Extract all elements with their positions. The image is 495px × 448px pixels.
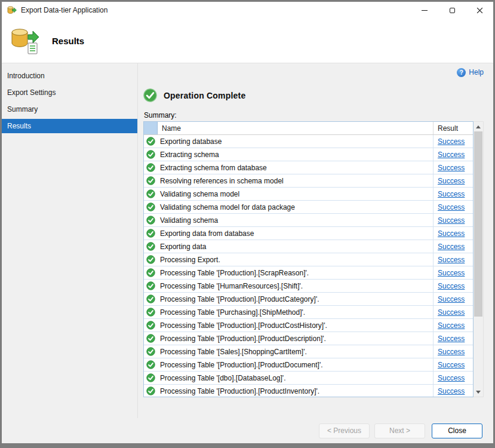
sidebar-item-introduction[interactable]: Introduction [2,69,137,83]
task-result-cell: Success [433,358,473,371]
scrollbar-track[interactable] [474,131,483,387]
task-name: Processing Table '[Production].[ProductD… [158,332,433,345]
result-success-link[interactable]: Success [438,374,465,382]
result-success-link[interactable]: Success [438,361,465,369]
result-success-link[interactable]: Success [438,137,465,146]
task-result-cell: Success [433,280,473,292]
export-database-icon [9,26,40,55]
result-success-link[interactable]: Success [438,177,465,185]
table-row[interactable]: Processing Table '[Production].[ProductD… [144,332,473,345]
result-success-link[interactable]: Success [438,308,465,317]
help-link[interactable]: ? Help [457,68,484,77]
result-success-link[interactable]: Success [438,348,465,356]
table-row[interactable]: Resolving references in schema model Suc… [144,174,473,188]
results-table: Name Result Exporting database Success E… [143,121,474,397]
wizard-body: IntroductionExport SettingsSummaryResult… [2,63,493,418]
success-check-icon [144,319,158,332]
table-row[interactable]: Exporting data from database Success [144,227,473,240]
wizard-steps-sidebar: IntroductionExport SettingsSummaryResult… [2,63,138,418]
table-row[interactable]: Processing Table '[HumanResources].[Shif… [144,280,473,293]
table-row[interactable]: Validating schema model for data package… [144,201,473,214]
operation-complete-icon [143,88,157,102]
close-button[interactable]: Close [432,424,482,438]
maximize-button[interactable] [438,2,466,19]
sidebar-item-results[interactable]: Results [2,119,137,133]
result-success-link[interactable]: Success [438,282,465,290]
table-row[interactable]: Processing Table '[Purchasing].[ShipMeth… [144,306,473,319]
result-success-link[interactable]: Success [438,203,465,211]
task-result-cell: Success [433,188,473,200]
task-name: Processing Table '[Production].[ProductD… [158,358,433,371]
table-row[interactable]: Processing Table '[Production].[ScrapRea… [144,266,473,280]
table-row[interactable]: Processing Table '[Production].[ProductI… [144,385,473,397]
table-row[interactable]: Processing Table '[Sales].[ShoppingCartI… [144,345,473,358]
success-check-icon [144,280,158,292]
window-title: Export Data-tier Application [21,6,107,14]
table-row[interactable]: Exporting data Success [144,240,473,253]
task-name: Processing Table '[Production].[ProductC… [158,319,433,332]
table-row[interactable]: Processing Export. Success [144,253,473,266]
operation-complete-title: Operation Complete [164,91,245,100]
success-check-icon [144,345,158,358]
table-row[interactable]: Extracting schema from database Success [144,161,473,174]
task-result-cell: Success [433,266,473,279]
table-row[interactable]: Processing Table '[dbo].[DatabaseLog]'. … [144,372,473,385]
task-name: Exporting database [158,135,433,148]
result-success-link[interactable]: Success [438,295,465,303]
column-header-result[interactable]: Result [433,122,473,134]
scroll-down-button[interactable] [474,387,483,397]
scrollbar-thumb[interactable] [474,131,482,317]
table-row[interactable]: Exporting database Success [144,135,473,148]
result-success-link[interactable]: Success [438,256,465,264]
table-row[interactable]: Extracting schema Success [144,148,473,161]
result-success-link[interactable]: Success [438,229,465,238]
table-row[interactable]: Processing Table '[Production].[ProductC… [144,319,473,332]
result-success-link[interactable]: Success [438,387,465,395]
result-success-link[interactable]: Success [438,243,465,251]
table-row[interactable]: Processing Table '[Production].[ProductC… [144,293,473,306]
success-check-icon [144,201,158,213]
scroll-up-button[interactable] [474,122,483,131]
app-icon [7,5,17,15]
results-pane: ? Help Operation Complete Summary: Name [138,63,493,418]
result-success-link[interactable]: Success [438,190,465,198]
result-success-link[interactable]: Success [438,335,465,343]
export-data-tier-application-window: Export Data-tier Application [0,0,495,448]
previous-button[interactable]: < Previous [319,424,370,438]
table-row[interactable]: Validating schema Success [144,214,473,227]
task-result-cell: Success [433,174,473,187]
success-check-icon [144,161,158,174]
help-row: ? Help [143,66,484,78]
table-body: Exporting database Success Extracting sc… [144,135,473,397]
table-header: Name Result [144,122,473,135]
sidebar-item-export-settings[interactable]: Export Settings [2,85,137,100]
task-name: Processing Table '[Production].[ProductC… [158,293,433,305]
minimize-button[interactable] [411,2,438,19]
table-row[interactable]: Validating schema model Success [144,188,473,201]
task-result-cell: Success [433,293,473,305]
window-controls [411,2,493,19]
success-check-icon [144,253,158,266]
wizard-header: Results [2,19,493,63]
result-success-link[interactable]: Success [438,269,465,277]
result-success-link[interactable]: Success [438,151,465,159]
sidebar-item-summary[interactable]: Summary [2,102,137,116]
success-check-icon [144,358,158,371]
next-button[interactable]: Next > [374,424,425,438]
results-table-container: Name Result Exporting database Success E… [143,121,484,397]
task-result-cell: Success [433,332,473,345]
minimize-icon [422,10,428,11]
task-name: Validating schema model [158,188,433,200]
result-success-link[interactable]: Success [438,164,465,172]
table-scrollbar[interactable] [474,121,484,397]
help-icon: ? [457,68,466,77]
column-header-name[interactable]: Name [158,122,433,134]
close-icon [476,7,483,14]
result-success-link[interactable]: Success [438,216,465,225]
result-success-link[interactable]: Success [438,321,465,330]
table-row[interactable]: Processing Table '[Production].[ProductD… [144,358,473,372]
task-name: Resolving references in schema model [158,174,433,187]
close-window-button[interactable] [466,2,493,19]
task-result-cell: Success [433,227,473,240]
task-result-cell: Success [433,385,473,397]
